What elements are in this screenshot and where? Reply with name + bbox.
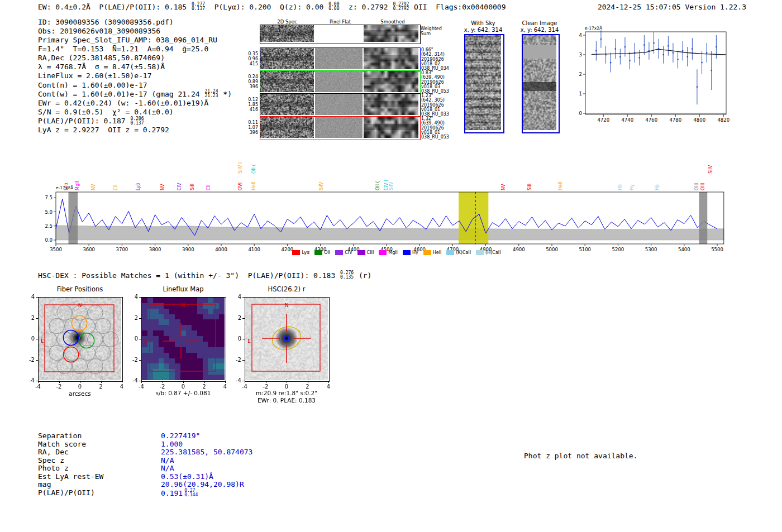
- info-line: Cont(w) = 1.60(±0.01)e-17 (gmag 21.24 21…: [38, 89, 232, 98]
- emission-line-label: Lyβ: [136, 183, 141, 190]
- spec2d-weighted-canvas: [260, 25, 418, 42]
- clean-image-canvas: [523, 35, 556, 130]
- legend-swatch: [423, 250, 431, 255]
- info-text: Cont(n) = 1.60(±0.00)e-17: [38, 81, 147, 89]
- full-spectrum-plot: 3500360037003800390040004100420043004400…: [34, 184, 754, 268]
- match-row-label: Est LyA rest-EW: [38, 472, 103, 481]
- x-tick-label: 4: [220, 384, 231, 390]
- fiber-circle: [80, 345, 95, 360]
- y-tick-label: 2: [22, 315, 35, 321]
- hsc-fraction: 0.2760.135: [340, 271, 354, 280]
- errorbar-marker: [711, 70, 712, 71]
- y-tick-mark: [242, 339, 245, 339]
- spec2d-row-meta: 1.23"(642, 305)20190626v018_01038_RU_033: [421, 94, 449, 117]
- fiber-positions-title: Fiber Positions: [27, 285, 133, 293]
- center-marker: [284, 336, 289, 341]
- x-tick-label: 4760: [645, 117, 657, 123]
- legend-item: CIV: [335, 250, 352, 255]
- y-tick-mark: [36, 339, 38, 339]
- header-fraction: 0.2770.137: [192, 2, 205, 11]
- spec2d-row-canvas: [260, 48, 418, 69]
- info-text: LyA z = 2.9227 OII z = 0.2792: [38, 126, 169, 134]
- match-row-value: 1.000: [161, 440, 183, 448]
- emission-line-label: OIII: [700, 183, 705, 190]
- errorbar-point: [687, 47, 688, 66]
- weighted-sum-label: Weighted Sum: [421, 26, 442, 36]
- errorbar-marker: [682, 50, 683, 51]
- legend-label: HeII: [433, 250, 442, 255]
- highlighted-fiber-circle: [79, 333, 94, 348]
- errorbar-point: [663, 46, 664, 64]
- info-line: ID: 3090089356 (3090089356.pdf): [38, 17, 232, 26]
- compass-north-label: N: [182, 303, 185, 308]
- y-tick-label: 0.0: [45, 237, 53, 243]
- fiber-circle: [49, 318, 64, 333]
- y-tick-label: 0: [229, 336, 241, 342]
- fiber-positions-panel: NE: [38, 297, 123, 382]
- legend-swatch: [379, 250, 387, 255]
- y-tick-label: 5.0: [45, 209, 53, 215]
- lineflux-map-panel: NE: [141, 297, 226, 382]
- y-tick-label: 4: [22, 294, 35, 300]
- hsc-text: (r): [354, 271, 371, 280]
- info-text: S/N = 0.9(±0.5) χ² = 0.4(±0.0): [38, 108, 174, 116]
- x-tick-label: -4: [32, 384, 44, 390]
- fraction-lower: 0.137: [130, 121, 144, 126]
- legend-swatch: [292, 250, 300, 255]
- errorbar-point: [692, 38, 693, 60]
- match-row-value: N/A: [161, 464, 174, 472]
- x-tick-label: 3800: [149, 247, 161, 252]
- x-tick-label: 0: [74, 384, 85, 390]
- x-tick-mark: [122, 381, 122, 383]
- y-tick-label: 0: [22, 336, 35, 342]
- elixer-report-page: 2024-12-25 15:07:05 Version 1.22.3 Phot …: [0, 0, 782, 532]
- errorbar-point: [610, 53, 611, 73]
- y-tick-mark: [242, 360, 245, 361]
- emission-line-label: CII: [206, 185, 211, 190]
- spec2d-row-canvas: [260, 71, 418, 92]
- y-tick-mark: [139, 318, 141, 319]
- x-tick-label: 4720: [597, 117, 609, 123]
- x-tick-label: -4: [136, 384, 147, 390]
- match-row-value: N/A: [161, 456, 174, 464]
- errorbar-point: [619, 49, 621, 65]
- y-tick-label: 2: [126, 315, 138, 321]
- errorbar-point: [682, 41, 683, 61]
- legend-item: MgII: [379, 250, 398, 255]
- compass-east-label: E: [247, 338, 251, 344]
- fraction-lower: 0.137: [192, 7, 205, 11]
- plot-frame: [585, 32, 726, 114]
- x-tick-label: 5400: [678, 247, 690, 252]
- emission-line-label: SiIV (: [238, 162, 243, 174]
- errorbar-marker: [624, 46, 626, 47]
- fiber-circle: [80, 318, 95, 333]
- match-row-label: Spec z: [38, 456, 64, 464]
- match-value-text: 225.381585, 50.874073: [161, 448, 252, 456]
- with-sky-canvas: [465, 35, 501, 130]
- header-text: OII Flags:0x00400009: [409, 3, 506, 11]
- x-tick-label: 4820: [717, 117, 729, 123]
- x-tick-mark: [80, 381, 80, 383]
- emission-line-label: Hγ: [630, 184, 635, 190]
- highlighted-fiber-circle: [63, 347, 78, 362]
- spec2d-weighted-row: [260, 25, 421, 44]
- spec2d-stat-value: 396: [237, 84, 258, 89]
- y-tick-label: 3: [579, 52, 582, 57]
- x-tick-label: 4740: [621, 117, 633, 123]
- legend-label: (H)CaII: [485, 250, 500, 255]
- x-tick-label: 4780: [669, 117, 681, 123]
- spec2d-row: [260, 47, 421, 71]
- legend-label: (K)CaII: [456, 250, 471, 255]
- lineflux-map-title: Lineflux Map: [130, 285, 236, 293]
- errorbar-marker: [619, 56, 621, 57]
- x-tick-label: 5200: [612, 247, 624, 252]
- emission-line-label: Hβ: [655, 184, 660, 190]
- match-table: Separation0.227419"Match score1.000RA, D…: [38, 432, 317, 504]
- spec2d-row: [260, 70, 421, 94]
- legend-swatch: [357, 250, 365, 255]
- info-text: LineFlux = 2.60(±1.50)e-17: [38, 71, 152, 80]
- info-line: S/N = 0.9(±0.5) χ² = 0.4(±0.0): [38, 107, 232, 116]
- legend-item: Hγ: [403, 250, 418, 255]
- emission-line-label: CIV: [177, 183, 182, 190]
- fraction-lower: 0.2792: [393, 7, 409, 11]
